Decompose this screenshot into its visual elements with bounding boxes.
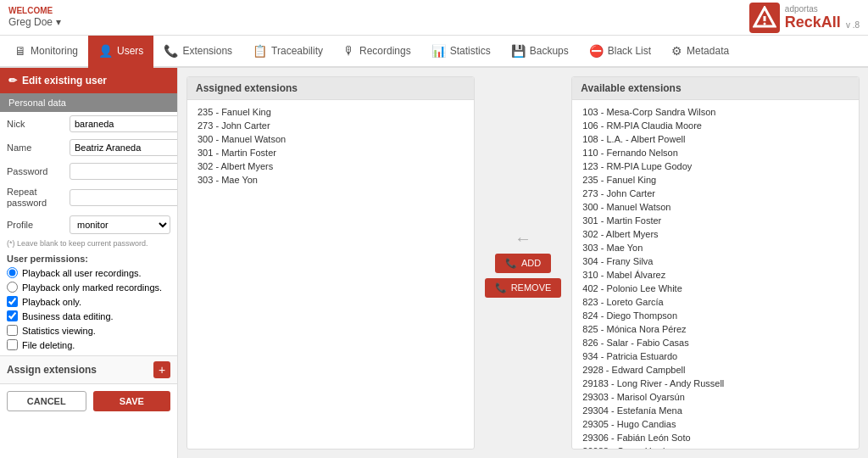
list-item[interactable]: 29183 - Long River - Andy Russell	[579, 377, 852, 390]
sidebar-title-text: Edit existing user	[22, 75, 107, 87]
list-item[interactable]: 826 - Salar - Fabio Casas	[579, 336, 852, 349]
name-row: Name	[0, 136, 177, 159]
remove-button[interactable]: 📞 REMOVE	[485, 278, 562, 298]
nav-item-monitoring[interactable]: 🖥 Monitoring	[4, 36, 88, 68]
list-item[interactable]: 103 - Mesa-Corp Sandra Wilson	[579, 105, 852, 119]
checkbox-playback-only[interactable]	[7, 296, 18, 307]
nav-item-users[interactable]: 👤 Users	[88, 36, 153, 68]
action-buttons: CANCEL SAVE	[0, 383, 177, 418]
list-item[interactable]: 823 - Loreto García	[579, 295, 852, 309]
nav-item-backups[interactable]: 💾 Backups	[501, 36, 579, 68]
nav-item-blacklist[interactable]: ⛔ Black List	[579, 36, 661, 68]
extensions-content: Assigned extensions 235 - Fanuel King273…	[178, 68, 868, 458]
list-item[interactable]: 302 - Albert Myers	[194, 159, 467, 173]
header: WELCOME Greg Doe ▾ adportas ReckAll v .8	[0, 0, 868, 36]
nav-item-recordings[interactable]: 🎙 Recordings	[333, 36, 421, 68]
list-item[interactable]: 123 - RM-PIA Lupe Godoy	[579, 159, 852, 173]
nav-label-recordings: Recordings	[359, 45, 411, 57]
extensions-icon: 📞	[164, 44, 178, 58]
assign-add-button[interactable]: +	[153, 361, 170, 378]
nav-bar: 🖥 Monitoring 👤 Users 📞 Extensions 📋 Trac…	[0, 36, 868, 68]
list-item[interactable]: 235 - Fanuel King	[579, 173, 852, 187]
password-input[interactable]	[70, 163, 178, 180]
save-button[interactable]: SAVE	[93, 391, 171, 411]
assign-extensions-label: Assign extensions	[7, 364, 97, 376]
nav-label-blacklist: Black List	[608, 45, 651, 57]
list-item[interactable]: 302 - Albert Myers	[579, 227, 852, 241]
list-item[interactable]: 301 - Martin Foster	[194, 146, 467, 159]
repeat-password-input[interactable]	[70, 189, 178, 206]
cancel-button[interactable]: CANCEL	[7, 391, 86, 411]
profile-select[interactable]: monitor admin user	[70, 215, 170, 234]
password-row: Password (*)	[0, 159, 177, 183]
nav-label-metadata: Metadata	[687, 45, 729, 57]
nav-item-metadata[interactable]: ⚙ Metadata	[661, 36, 739, 68]
list-item[interactable]: 2928 - Edward Campbell	[579, 363, 852, 377]
nav-item-extensions[interactable]: 📞 Extensions	[153, 36, 242, 68]
backups-icon: 💾	[511, 44, 526, 58]
list-item[interactable]: 110 - Fernando Nelson	[579, 146, 852, 159]
list-item[interactable]: 29304 - Estefanía Mena	[579, 404, 852, 417]
sidebar: ✏ Edit existing user Personal data Nick …	[0, 68, 178, 458]
list-item[interactable]: 310 - Mabel Álvarez	[579, 268, 852, 282]
available-extensions-panel: Available extensions 103 - Mesa-Corp San…	[571, 76, 860, 450]
nav-label-statistics: Statistics	[450, 45, 491, 57]
logo-icon	[749, 3, 780, 33]
assigned-extensions-panel: Assigned extensions 235 - Fanuel King273…	[186, 76, 475, 450]
permission-statistics: Statistics viewing.	[0, 323, 177, 338]
permission-file-deleting-label: File deleting.	[22, 340, 75, 350]
assign-section: Assign extensions +	[0, 355, 177, 383]
list-item[interactable]: 402 - Polonio Lee White	[579, 282, 852, 295]
add-button[interactable]: 📞 ADD	[495, 254, 551, 273]
list-item[interactable]: 235 - Fanuel King	[194, 105, 467, 119]
nav-item-statistics[interactable]: 📊 Statistics	[421, 36, 501, 68]
list-item[interactable]: 824 - Diego Thompson	[579, 309, 852, 322]
list-item[interactable]: 108 - L.A. - Albert Powell	[579, 132, 852, 146]
list-item[interactable]: 29306 - Fabián León Soto	[579, 431, 852, 444]
list-item[interactable]: 303 - Mae Yon	[579, 241, 852, 254]
permission-business-data: Business data editing.	[0, 309, 177, 323]
traceability-icon: 📋	[253, 44, 267, 58]
list-item[interactable]: 29305 - Hugo Candias	[579, 417, 852, 431]
radio-playback-marked[interactable]	[7, 282, 18, 293]
permission-file-deleting: File deleting.	[0, 338, 177, 352]
checkbox-file-deleting[interactable]	[7, 339, 18, 350]
list-item[interactable]: 825 - Mónica Nora Pérez	[579, 322, 852, 336]
welcome-text: WELCOME	[8, 6, 61, 16]
form-note: (*) Leave blank to keep current password…	[0, 237, 177, 249]
list-item[interactable]: 300 - Manuel Watson	[194, 132, 467, 146]
chevron-down-icon: ▾	[56, 16, 61, 28]
list-item[interactable]: 300 - Manuel Watson	[579, 200, 852, 214]
list-item[interactable]: 30088 - Grace Harris	[579, 444, 852, 449]
nick-input[interactable]	[70, 115, 178, 132]
list-item[interactable]: 273 - John Carter	[579, 187, 852, 200]
available-extensions-title: Available extensions	[572, 77, 859, 100]
main-content: ✏ Edit existing user Personal data Nick …	[0, 68, 868, 458]
monitor-icon: 🖥	[14, 44, 26, 58]
recordings-icon: 🎙	[343, 44, 355, 58]
statistics-icon: 📊	[431, 44, 446, 58]
nav-label-extensions: Extensions	[182, 45, 232, 57]
nick-row: Nick	[0, 112, 177, 136]
nav-label-users: Users	[117, 45, 143, 57]
list-item[interactable]: 304 - Frany Silva	[579, 254, 852, 268]
checkbox-business-data[interactable]	[7, 310, 18, 321]
nick-label: Nick	[7, 119, 66, 129]
list-item[interactable]: 934 - Patricia Estuardo	[579, 349, 852, 363]
personal-data-section: Personal data	[0, 93, 177, 112]
list-item[interactable]: 303 - Mae Yon	[194, 173, 467, 187]
list-item[interactable]: 273 - John Carter	[194, 119, 467, 132]
profile-row: Profile monitor admin user	[0, 212, 177, 237]
list-item[interactable]: 106 - RM-PIA Claudia Moore	[579, 119, 852, 132]
name-input[interactable]	[70, 139, 178, 156]
user-name-display[interactable]: Greg Doe ▾	[8, 16, 61, 28]
list-item[interactable]: 301 - Martin Foster	[579, 214, 852, 227]
phone-remove-icon: 📞	[495, 282, 507, 293]
profile-label: Profile	[7, 220, 66, 230]
svg-point-2	[763, 22, 765, 25]
list-item[interactable]: 29303 - Marisol Oyarsún	[579, 390, 852, 404]
nav-item-traceability[interactable]: 📋 Traceability	[242, 36, 333, 68]
checkbox-statistics[interactable]	[7, 325, 18, 336]
radio-playback-all[interactable]	[7, 267, 18, 278]
nav-label-traceability: Traceability	[271, 45, 323, 57]
